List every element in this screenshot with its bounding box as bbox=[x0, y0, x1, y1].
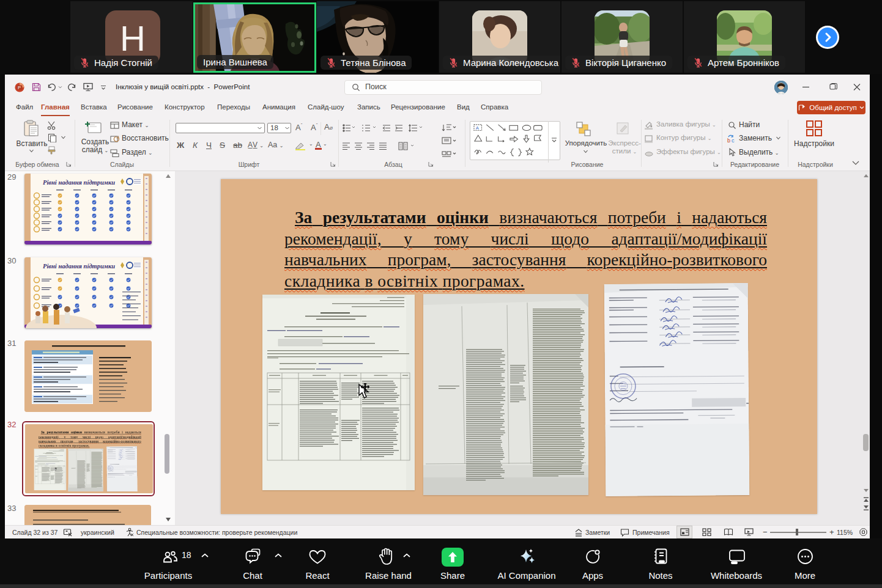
svg-text:A: A bbox=[476, 125, 480, 131]
svg-text:P: P bbox=[18, 85, 21, 90]
svg-text:c: c bbox=[732, 138, 735, 143]
svg-text:b: b bbox=[727, 138, 730, 143]
svg-text:Рівні надання підтримки: Рівні надання підтримки bbox=[43, 263, 115, 270]
svg-text:Рівні надання підтримки: Рівні надання підтримки bbox=[43, 179, 115, 186]
